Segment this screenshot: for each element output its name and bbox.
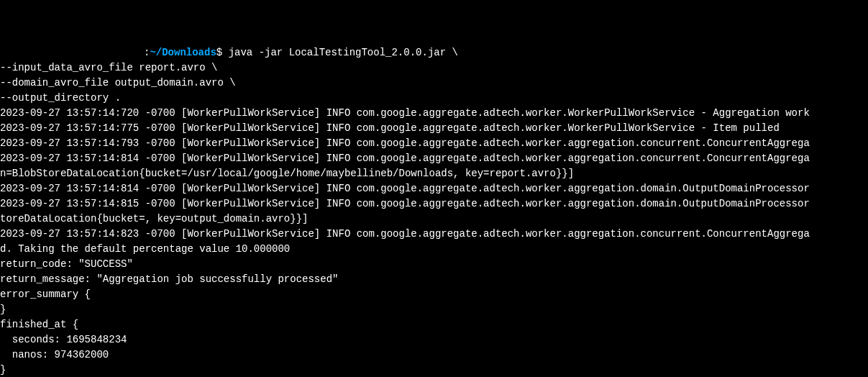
log-line: 2023-09-27 13:57:14:793 -0700 [WorkerPul… <box>0 136 868 151</box>
log-line: finished_at { <box>0 317 868 332</box>
log-line: toreDataLocation{bucket=, key=output_dom… <box>0 212 868 227</box>
log-line: seconds: 1695848234 <box>0 332 868 348</box>
redacted-hostname <box>0 47 144 58</box>
log-line: 2023-09-27 13:57:14:775 -0700 [WorkerPul… <box>0 121 868 136</box>
log-line: n=BlobStoreDataLocation{bucket=/usr/loca… <box>0 166 868 181</box>
log-line: return_message: "Aggregation job success… <box>0 272 868 287</box>
prompt-path: ~/Downloads <box>150 47 216 58</box>
log-line: error_summary { <box>0 287 868 302</box>
log-line: 2023-09-27 13:57:14:814 -0700 [WorkerPul… <box>0 151 868 166</box>
log-line: d. Taking the default percentage value 1… <box>0 242 868 257</box>
prompt-command: java -jar LocalTestingTool_2.0.0.jar \ <box>222 47 458 58</box>
log-line: } <box>0 363 868 377</box>
terminal-output[interactable]: :~/Downloads$ java -jar LocalTestingTool… <box>0 45 868 377</box>
prompt-dollar: $ <box>216 47 222 58</box>
command-arg-line: --output_directory . <box>0 91 868 106</box>
log-line: 2023-09-27 13:57:14:823 -0700 [WorkerPul… <box>0 227 868 242</box>
log-line: 2023-09-27 13:57:14:720 -0700 [WorkerPul… <box>0 106 868 121</box>
command-arg-line: --input_data_avro_file report.avro \ <box>0 60 868 76</box>
log-line: nanos: 974362000 <box>0 348 868 363</box>
log-line: 2023-09-27 13:57:14:815 -0700 [WorkerPul… <box>0 196 868 212</box>
log-line: 2023-09-27 13:57:14:814 -0700 [WorkerPul… <box>0 181 868 196</box>
command-arg-line: --domain_avro_file output_domain.avro \ <box>0 76 868 91</box>
log-line: } <box>0 302 868 317</box>
log-line: return_code: "SUCCESS" <box>0 257 868 272</box>
prompt-line: :~/Downloads$ java -jar LocalTestingTool… <box>0 45 868 60</box>
